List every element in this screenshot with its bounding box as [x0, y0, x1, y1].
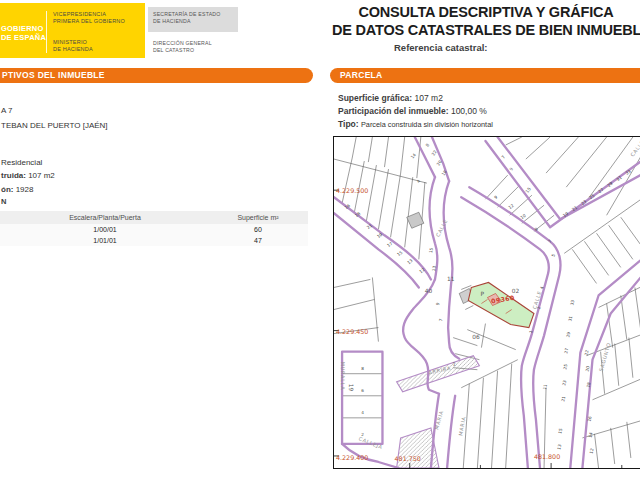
map-label-num: 29 — [565, 331, 571, 338]
map-label-num: 23 — [561, 379, 567, 386]
map-label-num: 4 — [361, 410, 364, 415]
direccion-general-label: DIRECCIÓN GENERAL DEL CATASTRO — [153, 40, 212, 53]
map-label-street: MARIA — [433, 410, 444, 431]
reference-label: Referencia catastral: — [394, 42, 640, 53]
map-label-num: 19 — [562, 211, 570, 218]
map-label-coord: 4.229.400 — [336, 454, 368, 461]
table-row: 1/00/01 60 — [0, 224, 308, 235]
cadastral-document: GOBIERNO DE ESPAÑA VICEPRESIDENCIA PRIME… — [0, 0, 640, 480]
surface-label: Superficie gráfica: — [338, 93, 412, 103]
participation-label: Participación del inmueble: — [338, 106, 449, 116]
map-label-num: 15 — [557, 428, 563, 435]
map-label-num: 13 — [406, 258, 414, 265]
map-label-num: 13 — [556, 444, 562, 451]
map-label-num: 15 — [525, 186, 532, 193]
map-label-num: 27 — [563, 347, 569, 354]
highlighted-parcel — [468, 282, 534, 327]
cell-superficie: 60 — [210, 224, 306, 235]
type-label: Tipo: — [338, 119, 359, 129]
map-label-plabel: 11 — [447, 276, 455, 282]
left-section-header: PTIVOS DEL INMUEBLE — [0, 68, 313, 83]
year-value: 1928 — [16, 185, 34, 194]
cell-escalera: 1/01/01 — [0, 235, 210, 246]
map-label-num: 15 — [396, 250, 404, 257]
year-label: ón: — [1, 185, 13, 194]
type-value: Parcela construida sin división horizont… — [361, 120, 493, 129]
document-title: CONSULTA DESCRIPTIVA Y GRÁFICA DE DATOS … — [332, 4, 640, 62]
secretaria-estado-label: SECRETARÍA DE ESTADO DE HACIENDA — [148, 7, 238, 32]
government-logo-block: GOBIERNO DE ESPAÑA VICEPRESIDENCIA PRIME… — [0, 3, 145, 58]
map-label-num: 20 — [585, 365, 591, 372]
map-label-num: 9 — [435, 302, 440, 306]
map-label-num: 9 — [493, 194, 498, 200]
address-line2: TEBAN DEL PUERTO [JAÉN] — [1, 121, 108, 130]
use-value: Residencial — [1, 158, 42, 167]
section-fragment: N — [1, 197, 6, 206]
construction-table-header: Escalera/Planta/Puerta Superficie m² — [0, 211, 308, 224]
map-label-num: 21 — [366, 223, 374, 230]
map-label-plabel: 19 — [348, 384, 354, 392]
map-label-num: 12 — [507, 203, 515, 210]
map-label-num: 14 — [410, 152, 418, 160]
map-label-num: 5 — [551, 253, 557, 258]
map-label-num: 12 — [589, 448, 595, 455]
dept1-line1: VICEPRESIDENCIA — [53, 11, 125, 18]
map-label-street: MURALLA — [340, 362, 346, 391]
built-surface-line: truida: 107 m2 — [1, 171, 55, 180]
map-label-plabel: 06 — [472, 334, 480, 340]
office1-line2: DE HACIENDA — [153, 18, 238, 25]
built-value: 107 m2 — [28, 171, 55, 180]
title-line2: DE DATOS CATASTRALES DE BIEN INMUEBLE — [332, 22, 640, 40]
map-label-num: 14 — [588, 432, 594, 439]
logo-divider — [46, 11, 47, 53]
office2-line1: DIRECCIÓN GENERAL — [153, 40, 212, 47]
col-header-superficie: Superficie m² — [210, 211, 306, 224]
dept2-line2: DE HACIENDA — [53, 46, 93, 53]
ministerio-label: MINISTERIO DE HACIENDA — [53, 39, 93, 53]
map-label-num: 12 — [418, 267, 426, 274]
map-label-coord: 481.750 — [395, 455, 421, 462]
cell-superficie: 47 — [210, 235, 306, 246]
map-label-coord: 4.229.450 — [336, 328, 368, 335]
map-label-coord: 4.229.500 — [336, 187, 368, 194]
map-label-plabel: 40 — [425, 288, 433, 294]
map-label-num: 9 — [508, 166, 514, 171]
cell-escalera: 1/00/01 — [0, 224, 210, 235]
map-label-num: 21 — [560, 395, 566, 402]
construction-table: Escalera/Planta/Puerta Superficie m² 1/0… — [0, 211, 308, 246]
address-line1: A 7 — [1, 106, 13, 115]
vicepresidencia-label: VICEPRESIDENCIA PRIMERA DEL GOBIERNO — [53, 11, 125, 25]
table-row: 1/01/01 47 — [0, 235, 308, 246]
surface-line: Superficie gráfica: 107 m2 — [338, 93, 443, 103]
map-label-num: 25 — [562, 363, 568, 370]
map-label-coord: 481.800 — [534, 453, 560, 460]
parcela-section-header: PARCELA — [330, 68, 640, 83]
map-label-street: CALLE — [629, 139, 640, 158]
type-line: Tipo: Parcela construida sin división ho… — [338, 119, 493, 129]
col-header-escalera: Escalera/Planta/Puerta — [0, 211, 210, 224]
participation-line: Participación del inmueble: 100,00 % — [338, 106, 487, 116]
office2-line2: DEL CATASTRO — [153, 47, 212, 54]
map-label-num: 16 — [587, 415, 593, 422]
map-label-num: 11 — [542, 383, 548, 389]
map-label-num: 6 — [361, 388, 364, 393]
brand-line2: DE ESPAÑA — [1, 34, 46, 43]
map-label-plabel: P — [480, 291, 484, 297]
map-label-num: 2 — [361, 432, 364, 437]
surface-value: 107 m2 — [415, 93, 443, 103]
map-label-num: 4 — [416, 178, 422, 183]
map-label-street: MARIA — [457, 416, 466, 436]
map-label-num: 33 — [569, 299, 575, 306]
dept1-line2: PRIMERA DEL GOBIERNO — [53, 18, 125, 25]
map-label-num: 7 — [500, 154, 506, 159]
cadastral-map-svg: 4.229.5004.229.4504.229.400481.750481.80… — [334, 137, 640, 468]
gobierno-espana-wordmark: GOBIERNO DE ESPAÑA — [1, 25, 46, 42]
cadastral-map: 4.229.5004.229.4504.229.400481.750481.80… — [333, 136, 640, 469]
map-label-street: SAGUNTO — [598, 342, 612, 372]
map-label-num: 15 — [428, 247, 434, 253]
map-label-num: 8 — [425, 142, 431, 147]
title-line1: CONSULTA DESCRIPTIVA Y GRÁFICA — [332, 4, 640, 22]
participation-value: 100,00 % — [451, 106, 487, 116]
map-label-num: 10 — [520, 213, 528, 220]
built-label: truida: — [1, 171, 26, 180]
